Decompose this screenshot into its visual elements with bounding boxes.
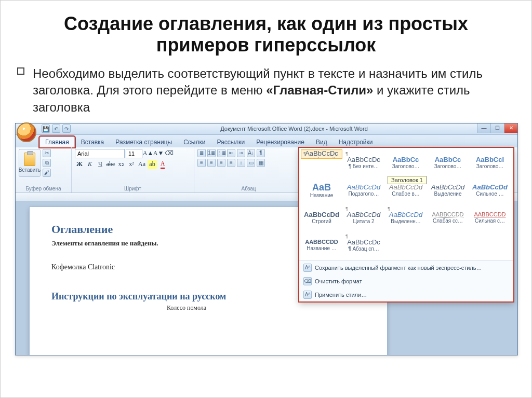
gallery-style-item[interactable]: AABBCCDDСильная с…	[469, 204, 511, 231]
gallery-style-name: Название …	[307, 245, 336, 251]
tab-review[interactable]: Рецензирование	[251, 137, 310, 147]
paragraph-mark-icon: ¶	[345, 234, 348, 239]
shrink-font-icon[interactable]: A▼	[154, 149, 163, 158]
apply-styles-icon: Aᴬ	[303, 291, 312, 299]
gallery-style-item[interactable]: AaBbCcЗаголово…	[385, 149, 427, 176]
gallery-style-item[interactable]: AaBbCcIЗаголово…	[469, 149, 511, 176]
group-styles: AaBbCcDc ¶ Обычный AaBbCcDc ¶ Без инте… …	[303, 147, 511, 193]
gallery-style-item[interactable]: AABBCCDDНазвание …	[301, 232, 342, 259]
tab-references[interactable]: Ссылки	[178, 137, 210, 147]
group-paragraph: ≣ 1≣ ⋮≣ ⇤ ⇥ A↓ ¶ ≡ ≡ ≡ ≡ ↕ ▭	[194, 147, 303, 193]
gallery-style-item[interactable]: ¶AaBbCcDc¶ Абзац сп…	[343, 232, 384, 259]
document-title: Документ Microsoft Office Word (2).docx …	[220, 126, 368, 132]
window-maximize-button[interactable]: ☐	[490, 123, 504, 133]
align-left-icon[interactable]: ≡	[197, 159, 206, 167]
paragraph-mark-icon: ¶	[345, 206, 348, 211]
gallery-style-name: Название	[310, 193, 334, 198]
gallery-style-name: Выделение	[434, 191, 462, 197]
clear-format-icon[interactable]: ⌫	[164, 149, 174, 158]
styles-gallery-dropdown: ¶AaBbCcDc¶ Обычный¶AaBbCcDc¶ Без инте…Aa…	[299, 147, 514, 302]
outdent-icon[interactable]: ⇤	[227, 149, 235, 157]
gallery-style-item[interactable]: ¶AaBbCcDc¶ Обычный	[301, 149, 342, 159]
gallery-sample: AaBbCcDd	[389, 211, 422, 218]
subscript-button[interactable]: x₂	[116, 160, 126, 169]
gallery-sample: AaBbCcI	[476, 156, 504, 163]
window-minimize-button[interactable]: —	[477, 123, 490, 133]
gallery-style-item[interactable]: ¶AaBbCcDc¶ Без инте…	[343, 149, 384, 176]
case-button[interactable]: Aa	[137, 160, 147, 169]
paste-label: Вставить	[19, 167, 41, 173]
tab-page-layout[interactable]: Разметка страницы	[110, 137, 177, 147]
superscript-button[interactable]: x²	[127, 160, 136, 169]
gallery-sample: AABBCCDD	[305, 239, 338, 245]
group-font: A▲ A▼ ⌫ Ж К Ч abc x₂ x² Aa ab A	[72, 147, 194, 193]
format-painter-icon[interactable]: 🖌	[43, 169, 51, 177]
gallery-sample: AaBbCc	[393, 156, 419, 163]
paragraph-mark-icon: ¶	[388, 206, 390, 211]
shading-icon[interactable]: ▭	[247, 159, 255, 167]
gallery-style-item[interactable]: ¶AaBbCcDdВыделенн…	[385, 204, 427, 231]
align-center-icon[interactable]: ≡	[207, 159, 216, 167]
apply-styles[interactable]: Aᴬ Применить стили…	[299, 288, 513, 301]
gallery-style-item[interactable]: AaBbCcDdВыделение	[427, 177, 469, 204]
gallery-style-name: ¶ Обычный	[308, 157, 335, 158]
gallery-sample: AaBbCcDd	[304, 211, 339, 218]
bullet-icon	[17, 67, 24, 75]
gallery-sample: AaBbCc	[435, 156, 461, 163]
copy-icon[interactable]: ⧉	[43, 159, 51, 167]
group-clipboard: Вставить ✂ ⧉ 🖌 Буфер обмена	[16, 147, 72, 193]
gallery-sample: AaBbCcDd	[472, 184, 508, 190]
multilevel-icon[interactable]: ⋮≣	[217, 149, 225, 157]
office-button[interactable]	[17, 122, 36, 142]
borders-icon[interactable]: ▦	[257, 159, 265, 167]
qat-save-icon[interactable]: 💾	[42, 125, 50, 133]
gallery-style-item[interactable]: АаВНазвание	[301, 177, 342, 204]
tab-mailings[interactable]: Рассылки	[211, 137, 250, 147]
gallery-style-item[interactable]: AaBbCcDdСильное …	[469, 177, 511, 204]
indent-icon[interactable]: ⇥	[237, 149, 245, 157]
paste-button[interactable]: Вставить	[19, 149, 41, 177]
paste-icon	[24, 153, 35, 166]
italic-button[interactable]: К	[85, 160, 95, 169]
gallery-style-item[interactable]: ¶AaBbCcDdЦитата 2	[343, 204, 384, 231]
show-marks-icon[interactable]: ¶	[257, 149, 265, 157]
doc-caption: Колесо помола	[119, 304, 254, 312]
highlight-button[interactable]: ab	[148, 160, 157, 169]
font-color-button[interactable]: A	[158, 160, 167, 169]
tab-addins[interactable]: Надстройки	[334, 137, 378, 147]
bold-button[interactable]: Ж	[75, 160, 84, 169]
tab-view[interactable]: Вид	[311, 137, 332, 147]
strike-button[interactable]: abc	[106, 160, 115, 169]
underline-button[interactable]: Ч	[96, 160, 105, 169]
bullets-icon[interactable]: ≣	[197, 149, 206, 157]
gallery-sample: AaBbCcDd	[389, 184, 422, 190]
qat-undo-icon[interactable]: ↶	[52, 125, 60, 133]
tab-home[interactable]: Главная	[39, 136, 75, 147]
title-bar: 💾 ↶ ↷ Документ Microsoft Office Word (2)…	[16, 123, 517, 135]
gallery-style-item[interactable]: AABBCCDDСлабая сс…	[427, 204, 469, 231]
font-name-select[interactable]	[75, 149, 125, 158]
grow-font-icon[interactable]: A▲	[143, 149, 153, 158]
save-selection-as-style[interactable]: Aᴬ Сохранить выделенный фрагмент как нов…	[299, 261, 513, 275]
window-close-button[interactable]: ✕	[504, 123, 517, 133]
word-window: 💾 ↶ ↷ Документ Microsoft Office Word (2)…	[15, 123, 518, 355]
gallery-style-name: Цитата 2	[353, 218, 374, 224]
gallery-style-name: Подзаголо…	[349, 191, 379, 197]
paragraph-mark-icon: ¶	[303, 151, 306, 156]
font-size-select[interactable]	[126, 149, 142, 158]
gallery-sample: AaBbCcDc	[305, 150, 338, 157]
gallery-style-item[interactable]: AaBbCcЗаголово…	[427, 149, 469, 176]
clear-formatting[interactable]: ⌫ Очистить формат	[299, 275, 513, 288]
gallery-style-item[interactable]: AaBbCcDdСтрогий	[301, 204, 342, 231]
clipboard-group-label: Буфер обмена	[19, 185, 68, 191]
qat-redo-icon[interactable]: ↷	[62, 125, 71, 133]
cut-icon[interactable]: ✂	[43, 149, 51, 157]
gallery-style-item[interactable]: AaBbCcDdПодзаголо…	[343, 177, 384, 204]
gallery-footer: Aᴬ Сохранить выделенный фрагмент как нов…	[299, 260, 513, 301]
align-right-icon[interactable]: ≡	[217, 159, 225, 167]
line-spacing-icon[interactable]: ↕	[237, 159, 245, 167]
sort-icon[interactable]: A↓	[247, 149, 255, 157]
justify-icon[interactable]: ≡	[227, 159, 235, 167]
tab-insert[interactable]: Вставка	[76, 137, 110, 147]
numbering-icon[interactable]: 1≣	[207, 149, 216, 157]
